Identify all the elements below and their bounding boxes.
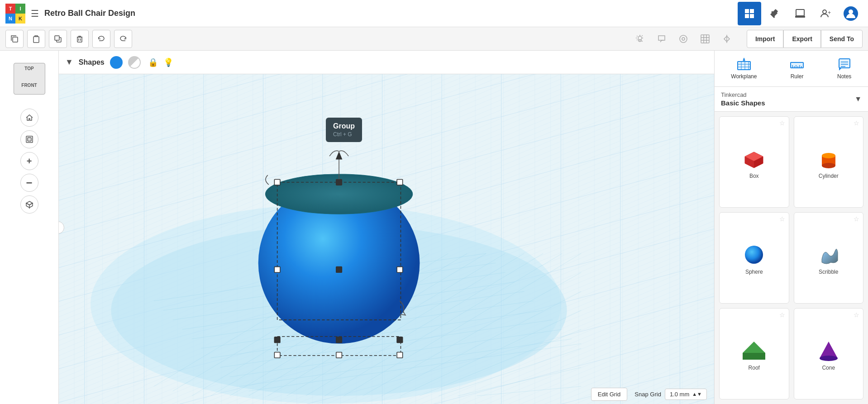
shapes-name: Basic Shapes <box>721 99 765 107</box>
edit-grid-button[interactable]: Edit Grid <box>591 388 628 401</box>
cone-favorite[interactable]: ☆ <box>854 311 859 318</box>
svg-point-111 <box>822 153 835 158</box>
header-right: + <box>738 2 863 25</box>
grid-align-icon[interactable] <box>696 30 714 48</box>
svg-point-19 <box>682 38 685 40</box>
svg-rect-10 <box>13 37 18 42</box>
fit-to-view-button[interactable] <box>20 130 38 148</box>
shape-item-cone[interactable]: ☆ Cone <box>794 308 864 399</box>
svg-rect-5 <box>795 16 805 18</box>
project-title[interactable]: Retro Ball Chair Design <box>44 9 738 18</box>
svg-rect-71 <box>274 180 280 185</box>
main-content: TOP FRONT + − <box>0 51 868 404</box>
bulb-icon[interactable]: 💡 <box>163 57 173 67</box>
roof-favorite[interactable]: ☆ <box>779 311 785 318</box>
svg-rect-114 <box>743 353 765 360</box>
cylinder-favorite[interactable]: ☆ <box>854 119 859 127</box>
scribble-label: Scribble <box>819 269 838 275</box>
cylinder-label: Cylinder <box>819 173 839 179</box>
svg-rect-27 <box>28 138 31 141</box>
svg-point-17 <box>638 36 642 40</box>
speech-icon[interactable] <box>653 30 671 48</box>
menu-icon[interactable]: ☰ <box>31 8 39 19</box>
cube-face[interactable]: TOP FRONT <box>14 63 45 95</box>
svg-point-116 <box>820 356 838 361</box>
build-mode-button[interactable] <box>763 2 787 25</box>
ruler-button[interactable]: Ruler <box>782 55 811 82</box>
zoom-in-button[interactable]: + <box>20 152 38 170</box>
lock-icon[interactable]: 🔒 <box>148 57 158 67</box>
notes-label: Notes <box>837 73 851 80</box>
shape-item-scribble[interactable]: ☆ Scribble <box>794 212 864 304</box>
svg-marker-84 <box>336 152 343 160</box>
shapes-dropdown-arrow[interactable]: ▼ <box>854 95 862 103</box>
add-user-button[interactable]: + <box>814 2 837 25</box>
header: T I N K ☰ Retro Ball Chair Design + <box>0 0 868 27</box>
workplane-label: Workplane <box>731 73 757 80</box>
roof-label: Roof <box>749 365 760 371</box>
snap-grid: Snap Grid 1.0 mm ▲▼ <box>634 389 707 400</box>
left-panel: TOP FRONT + − <box>0 51 59 404</box>
copy-button[interactable] <box>5 30 24 48</box>
snap-value-arrow[interactable]: ▲▼ <box>692 391 702 397</box>
export-button[interactable]: Export <box>783 30 820 48</box>
svg-rect-2 <box>745 14 749 18</box>
paste-button[interactable] <box>27 30 45 48</box>
box-favorite[interactable]: ☆ <box>779 119 785 127</box>
sphere-label: Sphere <box>745 269 763 275</box>
export-mode-button[interactable] <box>788 2 812 25</box>
shapes-label: Shapes <box>79 58 105 67</box>
view-cube[interactable]: TOP FRONT <box>11 56 48 101</box>
solid-color-button[interactable] <box>110 56 123 69</box>
duplicate-button[interactable] <box>49 30 67 48</box>
shape-item-box[interactable]: ☆ Box <box>719 116 789 208</box>
svg-rect-74 <box>274 267 280 273</box>
svg-rect-1 <box>750 9 754 13</box>
svg-rect-80 <box>274 352 280 358</box>
shape-item-sphere[interactable]: ☆ Sphere <box>719 212 789 304</box>
svg-marker-104 <box>839 68 842 71</box>
sphere-favorite[interactable]: ☆ <box>779 215 785 223</box>
svg-point-110 <box>822 163 835 168</box>
tinkercad-logo[interactable]: T I N K <box>5 4 25 24</box>
user-avatar-button[interactable] <box>839 2 863 25</box>
svg-rect-79 <box>397 337 403 343</box>
grid-view-button[interactable] <box>738 2 761 25</box>
svg-marker-92 <box>743 58 745 61</box>
workplane-button[interactable]: Workplane <box>724 55 764 82</box>
cylinder-shape-icon <box>815 147 842 170</box>
svg-rect-78 <box>336 337 342 343</box>
canvas-area[interactable]: Group Ctrl + G ▼ Shapes 🔒 💡 Edit Grid Sn… <box>59 51 714 404</box>
snap-value[interactable]: 1.0 mm ▲▼ <box>665 389 707 400</box>
hole-color-button[interactable] <box>128 56 141 69</box>
undo-button[interactable] <box>92 30 110 48</box>
ruler-label: Ruler <box>791 73 804 80</box>
home-button[interactable] <box>20 109 38 127</box>
svg-rect-82 <box>397 352 403 358</box>
right-tools: Workplane Ruler <box>715 51 868 87</box>
svg-text:+: + <box>828 10 831 16</box>
shape-item-cylinder[interactable]: ☆ Cylinder <box>794 116 864 208</box>
logo-i: I <box>15 4 25 14</box>
delete-button[interactable] <box>71 30 89 48</box>
circle-target-icon[interactable] <box>674 30 692 48</box>
shapes-selector: Tinkercad Basic Shapes ▼ <box>715 87 868 112</box>
redo-button[interactable] <box>114 30 132 48</box>
3d-view-button[interactable] <box>20 195 38 214</box>
svg-rect-77 <box>274 337 280 343</box>
mirror-icon[interactable] <box>718 30 736 48</box>
light-icon[interactable] <box>631 30 649 48</box>
shapes-category: Tinkercad <box>721 91 765 98</box>
shape-item-roof[interactable]: ☆ Roof <box>719 308 789 399</box>
scribble-favorite[interactable]: ☆ <box>854 215 859 223</box>
zoom-out-button[interactable]: − <box>20 174 38 192</box>
logo-k: K <box>15 14 25 24</box>
svg-marker-113 <box>743 342 765 353</box>
shapes-dropdown-arrow[interactable]: ▼ <box>65 57 73 67</box>
cone-label: Cone <box>822 365 835 371</box>
svg-point-18 <box>680 35 687 43</box>
import-button[interactable]: Import <box>747 30 784 48</box>
notes-button[interactable]: Notes <box>830 55 859 82</box>
send-to-button[interactable]: Send To <box>821 30 863 48</box>
box-label: Box <box>749 173 759 179</box>
